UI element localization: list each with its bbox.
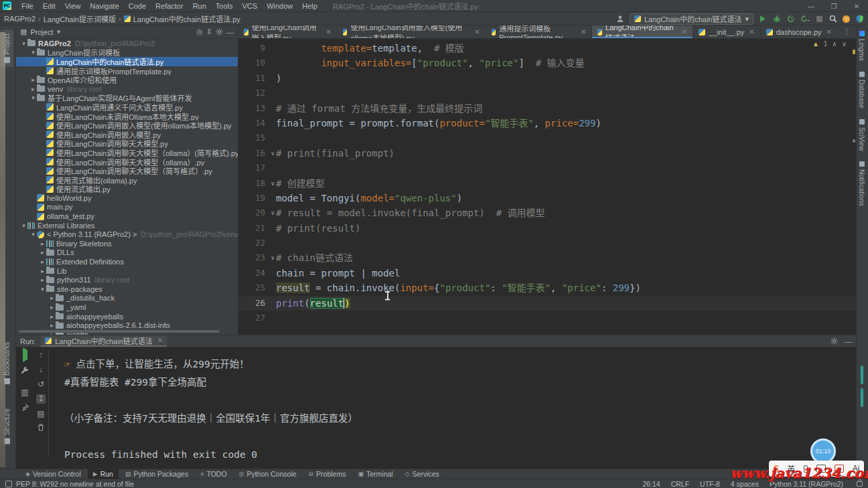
fold-icon[interactable]: ∨ [271,250,275,265]
tree-item-ollama-test-py[interactable]: ollama_test.py [16,212,238,221]
run-with-coverage-button[interactable] [800,14,810,23]
prev-problem-icon[interactable]: ∧ [832,40,837,48]
chevron-collapsed-icon[interactable]: ▸ [39,258,46,265]
close-icon[interactable]: ✕ [581,28,586,35]
tree-horizontal-scrollbar[interactable] [19,330,220,333]
chevron-collapsed-icon[interactable]: ▸ [48,322,56,329]
menu-help[interactable]: Help [297,1,322,11]
run-configuration-select[interactable]: LangChain中的chain链式语法 ▾ [630,13,753,25]
code-line-11[interactable]: 11) [238,71,856,86]
chevron-expanded-icon[interactable]: ▾ [20,222,27,229]
tree-item-openai库介绍和使用[interactable]: ▸OpenAI库介绍和使用 [16,75,238,84]
error-stripe-mark[interactable] [853,139,855,143]
code-line-16[interactable]: 16∨# print(final_prompt) [238,146,856,161]
code-line-26[interactable]: 26print(result) [238,296,856,311]
editor-tab-使用langchain调用嵌入模型-py[interactable]: 使用LangChain调用嵌入模型.py✕ [238,25,338,38]
run-button[interactable] [758,14,768,23]
fold-icon[interactable]: ∨ [271,176,275,191]
tree-item-使用langchain调用嵌入模型-使用ollama本地模型-py[interactable]: 使用LangChain调用嵌入模型(使用ollama本地模型).py [16,120,238,130]
fold-icon[interactable]: ∨ [271,206,275,220]
tree-item-langchain提示词模板[interactable]: ▾LangChain提示词模板 [16,48,238,58]
maximize-button[interactable]: ❐ [822,0,845,12]
scroll-down-icon[interactable]: ↓ [39,365,43,374]
close-button[interactable]: ✕ [845,0,868,12]
tree-item-external-libraries[interactable]: ▾External Libraries [16,221,238,230]
breadcrumb-item-langchain中的chain链式语法-py[interactable]: LangChain中的chain链式语法.py [133,13,240,24]
settings-gear-icon[interactable] [216,28,223,35]
fold-icon[interactable]: ∨ [271,146,275,161]
breadcrumb-item-ragpro2[interactable]: RAGPro2 [4,15,35,23]
chevron-expanded-icon[interactable]: ▾ [29,49,37,56]
editor-tab-使用langchain调用嵌入模型-使用ollama本地模型-py[interactable]: 使用LangChain调用嵌入模型(使用ollama本地模型).py✕ [338,25,486,38]
scroll-to-end-icon[interactable]: ↧ [36,394,46,404]
stop-button[interactable] [814,14,824,23]
pin-icon[interactable] [21,404,29,411]
code-line-22[interactable]: 22 [238,236,856,250]
file-encoding[interactable]: UTF-8 [700,480,720,488]
print-icon[interactable]: ▤ [37,409,44,418]
tool-button-version-control[interactable]: ◈Version Control [20,469,86,479]
menu-file[interactable]: File [17,1,38,11]
tool-tab-lingma[interactable]: Lingma [857,25,867,66]
tool-button-python-packages[interactable]: ▤Python Packages [120,469,194,479]
tool-button-problems[interactable]: ⊖Problems [303,469,352,479]
code-line-12[interactable]: 12 [238,86,856,100]
close-icon[interactable]: ✕ [749,28,754,35]
menu-code[interactable]: Code [124,1,151,11]
tree-item-使用langchain调用聊天大模型-ollama-简写格式-py[interactable]: 使用LangChain调用聊天大模型（ollama）(简写格式).py [16,148,238,157]
tree-item-site-packages[interactable]: ▾site-packages [16,284,238,294]
tree-item-使用langchain调用聊天大模型-py[interactable]: 使用LangChain调用聊天大模型.py [16,139,238,149]
tree-item-dlls[interactable]: ▸DLLs [16,248,238,258]
menu-tools[interactable]: Tools [211,1,238,11]
menu-vcs[interactable]: VCS [238,1,263,11]
inspection-widget[interactable]: ▲ 1 ∧ ∨ [812,40,847,48]
line-separator[interactable]: CRLF [671,480,689,488]
next-problem-icon[interactable]: ∨ [842,40,847,48]
tool-tab-sciview[interactable]: SciView [857,114,867,156]
editor-tab-通用提示词模板prompttemplate-py[interactable]: 通用提示词模板PromptTemplate.py✕ [486,25,593,38]
chevron-down-icon[interactable]: ▾ [57,27,61,36]
code-line-10[interactable]: 10 input_variables=["product", "price"] … [238,56,856,70]
wrench-settings-icon[interactable] [21,366,29,374]
user-account-icon[interactable] [616,14,625,23]
code-line-15[interactable]: 15 [238,131,856,145]
menu-navigate[interactable]: Navigate [85,1,123,11]
clear-all-icon[interactable] [38,424,44,431]
code-line-9[interactable]: 9 template=template, # 模版 [238,41,856,56]
tree-item-langchain中的chain链式语法-py[interactable]: LangChain中的chain链式语法.py [16,57,238,66]
tool-button-run[interactable]: ▶Run [88,469,119,479]
tree-item-yaml[interactable]: ▸_yaml [16,303,238,312]
tool-button-services[interactable]: ◇Services [400,469,445,479]
locate-file-icon[interactable]: ◎ [196,27,203,36]
menu-view[interactable]: View [60,1,86,11]
chevron-collapsed-icon[interactable]: ▸ [29,76,37,83]
tree-item-通用提示词模板prompttemplate-py[interactable]: 通用提示词模板PromptTemplate.py [16,66,238,76]
scroll-up-icon[interactable]: ↑ [39,350,43,359]
minimize-button[interactable]: — [800,0,822,12]
code-line-19[interactable]: 19model = Tongyi(model="qwen-plus") [238,191,856,206]
tree-item-distutils-hack[interactable]: ▸_distutils_hack [16,294,238,303]
search-everywhere-icon[interactable] [828,14,838,23]
tree-item-使用流式输出-py[interactable]: 使用流式输出.py [16,185,238,194]
chevron-collapsed-icon[interactable]: ▸ [39,249,46,256]
tree-item-ragpro2[interactable]: ▾RAGPro2D:\python_pro\RAGPro2 [16,39,238,48]
tree-item-binary-skeletons[interactable]: ▸Binary Skeletons [16,239,238,248]
tree-item-venv[interactable]: ▸venvlibrary root [16,84,238,94]
menu-run[interactable]: Run [188,1,211,11]
debug-button[interactable] [772,14,782,23]
restart-icon[interactable]: ↺ [38,380,44,389]
layout-settings-icon[interactable]: ▥ [21,388,28,397]
tree-item-aiohappyeyeballs-2-6-1-dist-info[interactable]: ▸aiohappyeyeballs-2.6.1.dist-info [16,321,238,330]
close-icon[interactable]: ✕ [826,28,832,35]
tree-item-main-py[interactable]: main.py [16,203,238,212]
chevron-expanded-icon[interactable]: ▾ [29,94,37,101]
code-line-18[interactable]: 18∨# 创建模型 [238,176,856,191]
breadcrumb-item-langchain提示词模版[interactable]: LangChain提示词模版 [44,13,116,24]
caret-position[interactable]: 26:14 [642,480,660,488]
code-line-21[interactable]: 21# print(result) [238,221,856,236]
tree-item-lib[interactable]: ▸Lib [16,266,238,276]
chevron-collapsed-icon[interactable]: ▸ [39,240,46,247]
profiler-button[interactable] [786,14,796,23]
tree-item-helloworld-py[interactable]: helloWorld.py [16,193,238,203]
close-icon[interactable]: ✕ [474,28,480,35]
